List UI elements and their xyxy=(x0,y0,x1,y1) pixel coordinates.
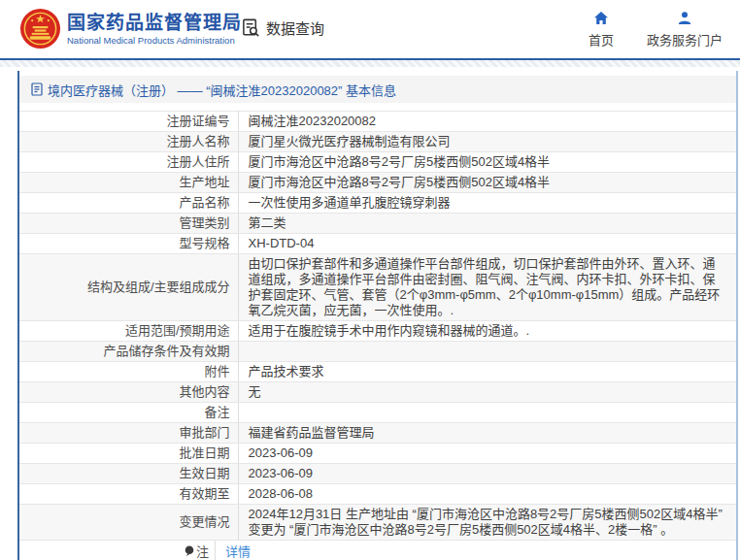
note-row: 注 详情 xyxy=(19,541,736,560)
table-row: 备注 xyxy=(19,403,736,423)
row-value: XH-DTD-04 xyxy=(238,234,736,254)
row-label: 生产地址 xyxy=(19,173,238,193)
table-row: 结构及组成/主要组成成分 由切口保护套部件和多通道操作平台部件组成，切口保护套部… xyxy=(19,254,736,321)
table-row: 管理类别 第二类 xyxy=(19,214,736,234)
row-label: 注册人名称 xyxy=(19,132,238,152)
brand[interactable]: 国家药品监督管理局 National Medical Products Admi… xyxy=(19,8,242,49)
page: 国家药品监督管理局 National Medical Products Admi… xyxy=(0,0,740,560)
nmpa-emblem-logo xyxy=(19,8,61,49)
row-value: 无 xyxy=(238,382,736,403)
table-row: 产品名称 一次性使用多通道单孔腹腔镜穿刺器 xyxy=(19,193,736,214)
site-header: 国家药品监督管理局 National Medical Products Admi… xyxy=(0,0,740,58)
decor-striped-band xyxy=(0,60,740,67)
data-query-icon xyxy=(241,17,261,38)
row-value: 厦门市海沧区中沧路8号2号厂房5楼西侧502区域4格半 xyxy=(238,173,736,193)
top-nav: 首页 政务服务门户 xyxy=(559,9,726,49)
row-label: 产品储存条件及有效期 xyxy=(19,342,238,362)
data-query-label: 数据查询 xyxy=(266,17,324,38)
row-label: 管理类别 xyxy=(19,214,238,234)
row-value: 一次性使用多通道单孔腹腔镜穿刺器 xyxy=(238,193,736,214)
note-value: 详情 xyxy=(216,542,251,560)
row-label: 注册证编号 xyxy=(19,112,238,132)
table-row: 生产地址 厦门市海沧区中沧路8号2号厂房5楼西侧502区域4格半 xyxy=(19,173,736,193)
nav-home-label: 首页 xyxy=(559,30,643,49)
row-value: 厦门市海沧区中沧路8号2号厂房5楼西侧502区域4格半 xyxy=(238,152,736,173)
org-name-cn: 国家药品监督管理局 xyxy=(67,12,242,35)
table-row: 批准日期 2023-06-09 xyxy=(19,444,736,464)
table-row: 注册人住所 厦门市海沧区中沧路8号2号厂房5楼西侧502区域4格半 xyxy=(19,152,736,173)
table-row: 生效日期 2023-06-09 xyxy=(19,464,736,484)
row-label: 备注 xyxy=(19,403,238,423)
row-value: 福建省药品监督管理局 xyxy=(238,423,736,444)
row-label: 有效期至 xyxy=(19,484,238,505)
breadcrumb: 境内医疗器械（注册） —— “闽械注准20232020082” 基本信息 xyxy=(19,76,736,103)
row-value: 第二类 xyxy=(238,214,736,234)
row-label: 生效日期 xyxy=(19,464,238,484)
row-value: 由切口保护套部件和多通道操作平台部件组成，切口保护套部件由外环、置入环、通道组成… xyxy=(238,254,736,321)
table-row: 附件 产品技术要求 xyxy=(19,362,736,382)
row-label: 批准日期 xyxy=(19,444,238,464)
row-value xyxy=(238,403,736,423)
table-row: 型号规格 XH-DTD-04 xyxy=(19,234,736,254)
nav-gov-portal-label: 政务服务门户 xyxy=(643,30,726,49)
table-row: 其他内容 无 xyxy=(19,382,736,403)
row-value xyxy=(238,342,736,362)
row-value: 2024年12月31日 生产地址由 “厦门市海沧区中沧路8号2号厂房5楼西侧50… xyxy=(238,505,736,541)
row-value: 闽械注准20232020082 xyxy=(238,112,736,132)
row-value: 适用于在腹腔镜手术中用作内窥镜和器械的通道。. xyxy=(238,321,736,342)
row-label: 适用范围/预期用途 xyxy=(19,321,238,342)
row-label: 产品名称 xyxy=(19,193,238,214)
home-icon xyxy=(559,9,643,26)
row-label: 审批部门 xyxy=(19,423,238,444)
table-row: 产品储存条件及有效期 xyxy=(19,342,736,362)
row-value: 2023-06-09 xyxy=(238,444,736,464)
table-row: 变更情况 2024年12月31日 生产地址由 “厦门市海沧区中沧路8号2号厂房5… xyxy=(19,505,736,541)
note-balloon-icon xyxy=(185,545,194,557)
registration-info-table: 注册证编号 闽械注准20232020082 注册人名称 厦门星火微光医疗器械制造… xyxy=(19,111,736,541)
table-row: 有效期至 2028-06-08 xyxy=(19,484,736,505)
brand-text: 国家药品监督管理局 National Medical Products Admi… xyxy=(67,12,242,47)
row-value: 2023-06-09 xyxy=(238,464,736,484)
table-row: 适用范围/预期用途 适用于在腹腔镜手术中用作内窥镜和器械的通道。. xyxy=(19,321,736,342)
note-detail-link[interactable]: 详情 xyxy=(225,544,251,559)
note-label: 注 xyxy=(19,541,216,560)
row-label: 型号规格 xyxy=(19,234,238,254)
table-row: 审批部门 福建省药品监督管理局 xyxy=(19,423,736,444)
row-label: 附件 xyxy=(19,362,238,382)
row-label: 变更情况 xyxy=(19,505,238,541)
row-label: 注册人住所 xyxy=(19,152,238,173)
info-table-body: 注册证编号 闽械注准20232020082 注册人名称 厦门星火微光医疗器械制造… xyxy=(19,112,736,541)
row-value: 2028-06-08 xyxy=(238,484,736,505)
note-label-text: 注 xyxy=(196,542,209,560)
breadcrumb-text: 境内医疗器械（注册） —— “闽械注准20232020082” 基本信息 xyxy=(48,81,396,99)
content-panel: 境内医疗器械（注册） —— “闽械注准20232020082” 基本信息 注册证… xyxy=(17,71,738,560)
row-label: 结构及组成/主要组成成分 xyxy=(19,254,238,321)
nav-home[interactable]: 首页 xyxy=(559,9,643,49)
table-row: 注册人名称 厦门星火微光医疗器械制造有限公司 xyxy=(19,132,736,152)
user-icon xyxy=(643,9,726,26)
data-query-link[interactable]: 数据查询 xyxy=(241,17,324,38)
document-icon xyxy=(31,82,43,96)
row-value: 厦门星火微光医疗器械制造有限公司 xyxy=(238,132,736,152)
row-value: 产品技术要求 xyxy=(238,362,736,382)
table-row: 注册证编号 闽械注准20232020082 xyxy=(19,112,736,132)
org-name-en: National Medical Products Administration xyxy=(67,35,242,47)
nav-gov-portal[interactable]: 政务服务门户 xyxy=(643,9,726,49)
row-label: 其他内容 xyxy=(19,382,238,403)
